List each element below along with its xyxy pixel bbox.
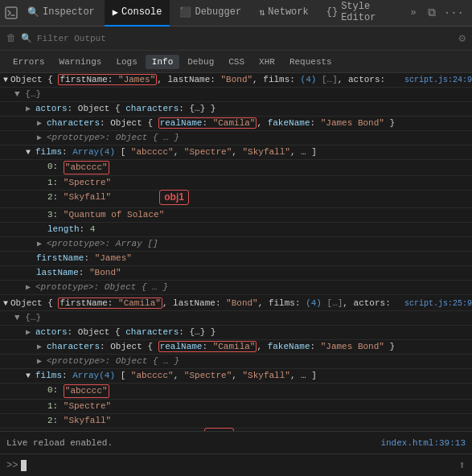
obj1-source[interactable]: script.js:24:9 (404, 74, 472, 86)
window-button[interactable]: ⧉ (425, 5, 439, 21)
obj2-item1: 1: "Spectre" (0, 400, 472, 414)
obj1-proto-actors[interactable]: ▶ <prototype>: Object { … } (0, 131, 472, 146)
tab-inspector[interactable]: 🔍 Inspector (19, 0, 103, 27)
obj1-proto-obj-text: <prototype>: Object { … } (35, 281, 168, 293)
network-icon: ⇅ (259, 6, 265, 18)
obj2-item2: 2: "Skyfall" (0, 414, 472, 429)
obj1-section: ▼ Object { firstName: "James", lastName:… (0, 73, 472, 295)
obj1-item0: 0: "abcccc" (0, 160, 472, 176)
obj1-item3: 3: "Quantum of Solace" (0, 208, 472, 223)
inputbar: >> ⬆ (0, 453, 472, 476)
tab-logs[interactable]: Logs (109, 55, 143, 69)
obj1-actors-row[interactable]: ▶ actors: Object { characters: {…} } (0, 102, 472, 117)
obj2-header-text: Object { firstName: "Camila", lastName: … (10, 298, 401, 310)
tab-info[interactable]: Info (146, 55, 179, 69)
tab-console[interactable]: ▶ Console (105, 0, 170, 27)
titlebar: 🔍 Inspector ▶ Console ⬛ Debugger ⇅ Netwo… (0, 0, 472, 27)
obj1-actors-arrow[interactable]: ▶ (26, 103, 34, 115)
filter-icon: 🗑 (6, 32, 16, 44)
obj2-films-text: films: Array(4) [ "abcccc", "Spectre", "… (35, 370, 317, 382)
obj1-chars-row[interactable]: ▶ characters: Object { realName: "Camila… (0, 117, 472, 131)
tab-xhr[interactable]: XHR (252, 55, 281, 69)
devtools-icon (5, 6, 18, 20)
level-tabs: Errors Warnings Logs Info Debug CSS XHR … (0, 51, 472, 73)
obj2-proto-actors-arrow[interactable]: ▶ (37, 355, 45, 367)
obj1-collapse-arrow[interactable]: ▼ (3, 74, 8, 86)
input-cursor (21, 460, 27, 471)
tab-css[interactable]: CSS (222, 55, 251, 69)
obj2-source[interactable]: script.js:25:9 (404, 298, 472, 310)
obj1-proto-array-text: <prototype>: Array [] (47, 238, 158, 250)
obj1-header-text: Object { firstName: "James", lastName: "… (10, 74, 401, 86)
search-icon: 🔍 (21, 33, 32, 43)
tab-warnings[interactable]: Warnings (53, 55, 109, 69)
obj2-actors-text: actors: Object { characters: {…} } (35, 326, 215, 339)
obj2-collapse-arrow[interactable]: ▼ (3, 298, 8, 310)
obj1-proto-actors-text: <prototype>: Object { … } (47, 132, 179, 144)
console-output: ▼ Object { firstName: "James", lastName:… (0, 73, 472, 431)
status-text: Live reload enabled. (6, 438, 113, 448)
input-prompt-icon: >> (6, 460, 18, 471)
obj2-chars-arrow[interactable]: ▶ (37, 341, 45, 353)
obj2-chars-text: characters: Object { realName: "Camila",… (47, 341, 395, 353)
obj1-proto-obj-arrow[interactable]: ▶ (26, 281, 34, 293)
go-to-top-button[interactable]: ⬆ (459, 458, 466, 472)
inspector-icon: 🔍 (27, 6, 39, 18)
tab-debug[interactable]: Debug (181, 55, 220, 69)
ellipsis-button[interactable]: ··· (441, 5, 467, 21)
obj1-length: length: 4 (0, 223, 472, 237)
obj2-header-row[interactable]: ▼ Object { firstName: "Camila", lastName… (0, 297, 472, 311)
obj2-chars-row[interactable]: ▶ characters: Object { realName: "Camila… (0, 340, 472, 355)
obj1-item0-key: 0 (47, 161, 53, 173)
tab-requests[interactable]: Requests (283, 55, 339, 69)
tab-errors[interactable]: Errors (6, 55, 51, 69)
filter-input[interactable] (37, 34, 454, 43)
obj2-section: ▼ Object { firstName: "Camila", lastName… (0, 297, 472, 431)
obj1-proto-array-arrow[interactable]: ▶ (37, 238, 45, 250)
debugger-icon: ⬛ (179, 6, 191, 18)
obj2-item0: 0: "abcccc" (0, 384, 472, 400)
statusbar: Live reload enabled. index.html:39:13 (0, 431, 472, 453)
obj1-proto-actors-arrow[interactable]: ▶ (37, 132, 45, 144)
obj1-header-row[interactable]: ▼ Object { firstName: "James", lastName:… (0, 73, 472, 88)
console-icon: ▶ (113, 6, 118, 18)
obj1-films-text: films: Array(4) [ "abcccc", "Spectre", "… (35, 146, 317, 158)
tab-style-editor[interactable]: {} Style Editor (318, 0, 404, 27)
obj1-chars-arrow[interactable]: ▶ (37, 117, 45, 129)
style-editor-icon: {} (326, 6, 338, 18)
status-source[interactable]: index.html:39:13 (380, 438, 466, 448)
obj2-proto-actors[interactable]: ▶ <prototype>: Object { … } (0, 355, 472, 369)
obj2-collapse-line: ▼ {…} (0, 311, 472, 326)
settings-icon[interactable]: ⚙ (459, 31, 466, 45)
obj1-films-arrow[interactable]: ▼ (26, 146, 34, 158)
obj1-lastname: lastName: "Bond" (0, 266, 472, 281)
obj2-films-arrow[interactable]: ▼ (26, 370, 34, 382)
tab-network[interactable]: ⇅ Network (251, 0, 317, 27)
obj2-item3: 3: "Quantum of Solace" obj2 (0, 429, 472, 431)
obj1-item1: 1: "Spectre" (0, 176, 472, 191)
obj1-actors-text: actors: Object { characters: {…} } (35, 103, 215, 115)
obj2-actors-row[interactable]: ▶ actors: Object { characters: {…} } (0, 326, 472, 340)
obj2-proto-actors-text: <prototype>: Object { … } (47, 355, 179, 367)
tab-debugger[interactable]: ⬛ Debugger (171, 0, 249, 27)
obj2-actors-arrow[interactable]: ▶ (26, 326, 34, 339)
filterbar: 🗑 🔍 ⚙ (0, 27, 472, 51)
obj1-chars-text: characters: Object { realName: "Camila",… (47, 117, 395, 129)
obj1-films-row[interactable]: ▼ films: Array(4) [ "abcccc", "Spectre",… (0, 146, 472, 160)
obj1-proto-obj[interactable]: ▶ <prototype>: Object { … } (0, 281, 472, 295)
obj2-films-row[interactable]: ▼ films: Array(4) [ "abcccc", "Spectre",… (0, 369, 472, 384)
obj1-firstname: firstName: "James" (0, 252, 472, 266)
more-tabs-button[interactable]: » (406, 4, 421, 22)
obj1-collapse-line: ▼ {…} (0, 88, 472, 102)
obj1-proto-array[interactable]: ▶ <prototype>: Array [] (0, 237, 472, 252)
obj1-item2: 2: "Skyfall" obj1 (0, 191, 472, 208)
